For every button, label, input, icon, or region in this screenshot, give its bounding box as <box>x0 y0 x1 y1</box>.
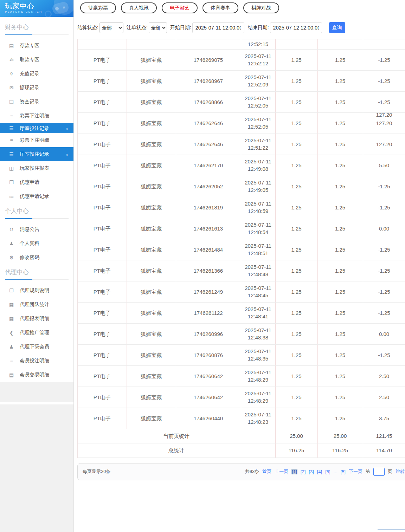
sidebar-item[interactable]: ⚱ 充值记录 › <box>0 67 73 81</box>
cell-time: 12:48:29 <box>242 397 275 404</box>
sidebar-item[interactable]: ▦ 代理团队统计 › <box>0 298 73 312</box>
sidebar-item[interactable]: ⚙ 修改密码 › <box>0 251 73 265</box>
cell-game: 狐媚宝藏 <box>127 112 176 134</box>
sidebar-item-label: 代理报表明细 <box>20 316 49 322</box>
page-jump-input[interactable] <box>373 468 385 476</box>
sidebar-item[interactable]: ❏ 资金记录 › <box>0 95 73 109</box>
page-link[interactable]: 下一页 <box>349 468 362 475</box>
category-tab[interactable]: 雙赢彩票 <box>80 2 116 13</box>
cell-datetime: 12:52:15 <box>241 39 275 49</box>
sidebar-item[interactable]: ▦ 代理报表明细 › <box>0 312 73 326</box>
sidebar-item[interactable]: ❮ 代理推广管理 › <box>0 326 73 340</box>
cell-game: 狐媚宝藏 <box>127 365 176 387</box>
profit-value: -1.25 <box>378 268 390 274</box>
page-size-text: 每页显示20条 <box>83 468 110 475</box>
sidebar-item-label: 优惠申请 <box>20 179 39 186</box>
category-tab[interactable]: 电子游艺 <box>162 2 198 13</box>
sidebar-item-label: 资金记录 <box>20 99 39 105</box>
cell-platform: PT电子 <box>78 302 127 323</box>
section-heading-agent: 代理中心 <box>0 265 73 276</box>
category-tab[interactable]: 真人视讯 <box>121 2 157 13</box>
category-tab[interactable]: 棋牌对战 <box>243 2 279 13</box>
table-row: PT电子 狐媚宝藏 1746268967 2025-07-11 12:52:09… <box>78 70 405 91</box>
sidebar-item[interactable]: ≔ 优惠申请记录 › <box>0 189 73 203</box>
cell-game: 狐媚宝藏 <box>127 49 176 70</box>
cell-date: 2025-07-11 <box>242 95 275 102</box>
cell-datetime: 2025-07-11 12:48:38 <box>241 323 275 344</box>
cell-order-id: 1746262052 <box>176 176 241 197</box>
cell-datetime: 2025-07-11 12:52:09 <box>241 70 275 91</box>
page-link[interactable]: 首页 <box>262 468 271 475</box>
cell-profit: 2.50 2.50 <box>363 387 405 408</box>
cell-valid-amount: 1.25 <box>317 408 363 429</box>
sidebar-item-label: 代理规则说明 <box>20 287 49 294</box>
cell-time: 12:48:45 <box>242 292 275 299</box>
cell-valid-amount: 1.25 <box>317 323 363 344</box>
cell-date: 2025-07-11 <box>242 326 275 334</box>
money-bag-icon: ⚱ <box>8 71 14 77</box>
total-stats-valid: 116.25 <box>317 443 363 458</box>
sidebar-item[interactable]: ▤ 会员交易明细 › <box>0 368 73 382</box>
cell-valid-amount: 1.25 <box>317 155 363 176</box>
sidebar-item[interactable]: ♟ 代理下级会员 › <box>0 340 73 354</box>
page-link[interactable]: [5] <box>341 469 346 474</box>
category-tab[interactable]: 体育赛事 <box>202 2 238 13</box>
cell-date: 2025-07-11 <box>242 369 275 376</box>
sidebar-item[interactable]: ❐ 代理规则说明 › <box>0 284 73 298</box>
sidebar-item[interactable]: ◫ 玩家投注报表 › <box>0 161 73 175</box>
cell-game: 狐媚宝藏 <box>127 218 176 239</box>
sidebar-item[interactable]: ❒ 优惠申请 › <box>0 175 73 189</box>
cell-profit: 127.20 127.20 <box>363 134 405 155</box>
cell-platform: PT电子 <box>78 49 127 70</box>
search-button[interactable]: 查询 <box>329 22 345 33</box>
sidebar-item[interactable]: ≡ 会员投注明细 › <box>0 354 73 368</box>
cell-date: 2025-07-11 <box>242 348 275 355</box>
table-row: PT电子 狐媚宝藏 1746260642 2025-07-11 12:48:29… <box>78 365 405 387</box>
cell-profit: -1.25 -1.25 <box>363 197 405 218</box>
cell-date: 2025-07-11 <box>242 137 275 144</box>
table-row: 12:52:15 <box>78 39 405 49</box>
cell-platform: PT电子 <box>78 155 127 176</box>
cell-order-id: 1746261819 <box>176 197 241 218</box>
page-link[interactable]: 上一页 <box>275 468 288 475</box>
sidebar-item[interactable]: ≡ 彩票下注明细 › <box>0 133 73 147</box>
table-row: PT电子 狐媚宝藏 1746261249 2025-07-11 12:48:45… <box>78 281 405 302</box>
sidebar-item-label: 会员交易明细 <box>20 372 49 378</box>
report-chart-icon: ◫ <box>8 166 14 171</box>
table-row: PT电子 狐媚宝藏 1746260440 2025-07-11 12:48:23… <box>78 408 405 429</box>
cell-bet-amount: 1.25 <box>275 70 317 91</box>
hall-records-icon: ☰ <box>8 125 14 131</box>
sidebar-item-label: 会员投注明细 <box>20 358 49 364</box>
cell-valid-amount: 1.25 <box>317 260 363 281</box>
page-link[interactable]: [3] <box>309 469 314 474</box>
pagination-controls: 共93条 首页 上一页 [1] [2] [3] [4] [5 <box>245 468 405 476</box>
jump-suffix: 页 <box>388 468 392 475</box>
cell-valid-amount: 1.25 <box>317 112 363 134</box>
cell-platform: PT电子 <box>78 260 127 281</box>
sidebar-item-label: 修改密码 <box>20 254 39 261</box>
sidebar-item[interactable]: ♟ 个人资料 › <box>0 236 73 251</box>
decor-ring <box>45 11 52 17</box>
sidebar-item[interactable]: ✍ 取款专区 › <box>0 53 73 67</box>
jump-button[interactable]: 跳转 <box>396 468 405 475</box>
settle-status-select[interactable]: 全部 <box>99 22 123 33</box>
cell-datetime: 2025-07-11 12:48:23 <box>241 408 275 429</box>
sidebar-item[interactable]: ≡ 彩票下注明细 › <box>0 109 73 123</box>
page-link[interactable]: [1] <box>291 469 297 474</box>
page-link[interactable]: ... <box>334 469 338 474</box>
table-row: PT电子 狐媚宝藏 1746261819 2025-07-11 12:48:59… <box>78 197 405 218</box>
page-link[interactable]: [5] <box>325 469 330 474</box>
sidebar-item[interactable]: ☰ 厅室投注记录 › <box>0 147 73 161</box>
sidebar-item[interactable]: Ω 消息公告 › <box>0 222 73 236</box>
sidebar-item[interactable]: ▤ 存款专区 › <box>0 39 73 53</box>
cell-datetime: 2025-07-11 12:51:22 <box>241 134 275 155</box>
sidebar-item[interactable]: ✉ 提现记录 › <box>0 81 73 95</box>
cell-profit: -1.25 -1.25 <box>363 70 405 91</box>
sidebar-item[interactable]: ☰ 厅室投注记录 › <box>0 123 73 133</box>
start-date-input[interactable] <box>192 22 244 33</box>
page-link[interactable]: [4] <box>317 469 322 474</box>
page-link[interactable]: [2] <box>301 469 306 474</box>
order-status-select[interactable]: 全部 <box>149 22 167 33</box>
end-date-input[interactable] <box>270 22 322 33</box>
sidebar-item-label: 个人资料 <box>20 240 39 247</box>
